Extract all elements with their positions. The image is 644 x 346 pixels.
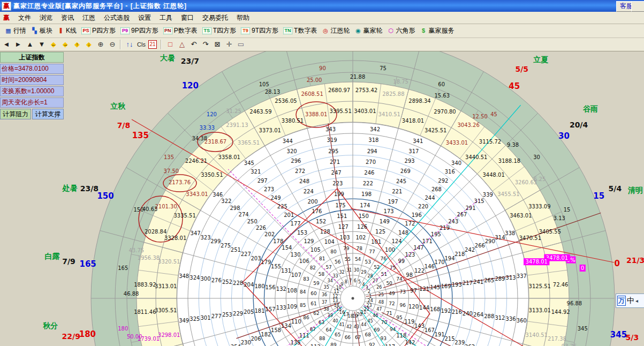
menu-item-交易委托[interactable]: 交易委托 (198, 13, 232, 22)
clear-button[interactable]: Cls (136, 39, 147, 50)
gann-wheel-chart[interactable]: 0153045607590105120135150165180195210225… (0, 51, 644, 346)
zoom-in-button[interactable]: ⊕ (95, 39, 106, 50)
window-edge-button[interactable] (631, 1, 644, 12)
svg-text:341: 341 (413, 138, 423, 144)
svg-text:249: 249 (270, 195, 281, 201)
date-field: 时间=20090804 (0, 75, 64, 85)
rotate-ccw-button[interactable]: ↶ (188, 39, 199, 50)
menu-item-窗口[interactable]: 窗口 (177, 13, 198, 22)
triangle-tool-button[interactable]: △ (177, 39, 187, 50)
calc-resistance-button[interactable]: 计算阻力 (0, 109, 31, 119)
menu-item-资讯[interactable]: 资讯 (57, 13, 78, 22)
svg-text:342: 342 (370, 126, 380, 132)
svg-text:74: 74 (396, 276, 403, 282)
svg-text:28.13: 28.13 (265, 89, 281, 95)
quotes-button-label: 行情 (13, 26, 26, 35)
ts-icon: TS (202, 27, 211, 34)
svg-text:3320.51: 3320.51 (158, 259, 180, 265)
svg-text:157: 157 (266, 306, 276, 312)
svg-text:3440.51: 3440.51 (465, 154, 487, 160)
svg-text:323: 323 (200, 235, 210, 240)
pn-icon: PN (163, 27, 172, 34)
svg-text:119: 119 (404, 319, 414, 325)
ime-arrow-icon[interactable]: ◂ (635, 298, 638, 304)
gann-wheel-button[interactable]: ◎江恩轮 (322, 26, 350, 35)
child-window-icon[interactable]: 赢 (0, 12, 14, 24)
svg-text:204: 204 (244, 282, 254, 288)
pan-up-button[interactable]: ◆↑ (72, 39, 82, 50)
pan-down-button[interactable]: ◆↓ (84, 39, 94, 50)
svg-text:105: 105 (310, 247, 321, 253)
menu-item-江恩[interactable]: 江恩 (78, 13, 100, 22)
ime-bar[interactable]: 万 中 ◂ (616, 294, 644, 308)
ime-mode[interactable]: 中 (627, 296, 634, 306)
svg-text:271: 271 (330, 159, 340, 165)
t-table-button[interactable]: TNT数字表 (283, 26, 317, 35)
menu-item-工具[interactable]: 工具 (155, 13, 177, 22)
svg-text:60: 60 (310, 291, 317, 296)
svg-text:3418.01: 3418.01 (402, 118, 424, 124)
menu-item-文件[interactable]: 文件 (14, 13, 35, 22)
menu-item-公式选股[interactable]: 公式选股 (100, 13, 134, 22)
svg-text:318: 318 (368, 137, 378, 143)
svg-text:321: 321 (251, 169, 261, 175)
calc-support-button[interactable]: 计算支撑 (32, 109, 64, 119)
pan-right-button[interactable]: ◆→ (60, 39, 71, 50)
svg-text:3403.01: 3403.01 (354, 108, 376, 114)
menu-item-浏览[interactable]: 浏览 (35, 13, 57, 22)
svg-text:84: 84 (300, 289, 306, 295)
menu-item-帮助[interactable]: 帮助 (232, 13, 254, 22)
square-tool-button[interactable]: □ (165, 39, 176, 50)
sectors-button[interactable]: ▚板块 (31, 26, 52, 35)
svg-text:2028.84: 2028.84 (145, 229, 166, 235)
svg-text:221: 221 (392, 189, 402, 194)
nav-up-button[interactable]: ▲ (25, 39, 35, 50)
svg-text:15: 15 (593, 191, 604, 201)
t-square-button[interactable]: TST四方形 (202, 26, 236, 35)
hexagon-button[interactable]: ⬡六角形 (387, 26, 415, 35)
svg-text:298: 298 (230, 205, 240, 211)
svg-text:135: 135 (164, 154, 174, 160)
pan-left-button[interactable]: ◆← (48, 39, 59, 50)
9p-square-button[interactable]: P99P四方形 (120, 26, 158, 35)
zoom-out-button[interactable]: ⊖ (107, 39, 118, 50)
svg-text:3388.01: 3388.01 (305, 111, 327, 117)
quotes-button[interactable]: ▦行情 (5, 26, 26, 35)
coefficient-field: 变换系数=1.00000 (0, 86, 64, 96)
svg-text:229: 229 (233, 311, 243, 317)
svg-text:72: 72 (389, 301, 395, 306)
menu-item-设置[interactable]: 设置 (134, 13, 155, 22)
svg-text:165: 165 (118, 265, 128, 271)
nav-down-button[interactable]: ▼ (36, 39, 47, 50)
center-button[interactable]: ✛ (224, 39, 234, 50)
winner-wheel-button[interactable]: ◉赢家轮 (354, 26, 382, 35)
kline-button[interactable]: ⫼K线 (57, 26, 77, 35)
svg-text:246: 246 (364, 170, 374, 176)
svg-text:46.88: 46.88 (124, 291, 139, 297)
svg-text:3.13: 3.13 (554, 215, 565, 221)
service-button[interactable]: $赢家服务 (420, 26, 454, 35)
svg-text:132: 132 (276, 286, 286, 292)
gann-wheel-svg[interactable]: 0153045607590105120135150165180195210225… (0, 51, 644, 346)
svg-text:41: 41 (339, 322, 344, 327)
delete-box-button[interactable]: ⊠ (212, 39, 223, 50)
flip-axis-button[interactable]: ↑↓ (124, 39, 135, 50)
ime-icon[interactable]: 万 (617, 296, 626, 306)
rotate-cw-button[interactable]: ↷ (200, 39, 211, 50)
nav-left-button[interactable]: ◄ (1, 39, 12, 50)
svg-text:3478.01: 3478.01 (526, 259, 548, 265)
screen-button[interactable]: ▭ (236, 39, 246, 50)
9t-square-button[interactable]: T99T四方形 (241, 26, 278, 35)
svg-text:198: 198 (361, 191, 372, 197)
p-square-button[interactable]: PSP四方形 (81, 26, 116, 35)
calendar-button[interactable]: 21 (148, 40, 157, 49)
t9-icon: T9 (241, 27, 250, 34)
svg-text:120: 120 (408, 304, 419, 310)
svg-text:199: 199 (334, 191, 344, 197)
instrument-title: 上证指数 (0, 52, 64, 63)
svg-text:288: 288 (484, 313, 494, 319)
svg-text:270: 270 (366, 159, 376, 165)
nav-right-button[interactable]: ► (13, 39, 24, 50)
svg-text:344: 344 (283, 138, 293, 144)
p-table-button[interactable]: PNP数字表 (163, 26, 198, 35)
